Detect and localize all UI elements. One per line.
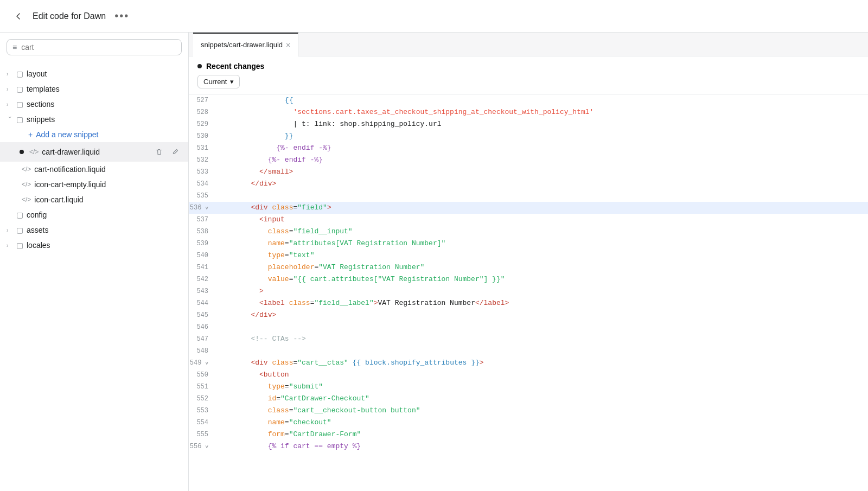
chevron-right-icon: › — [7, 86, 13, 92]
sidebar-item-assets[interactable]: › ▢ assets — [0, 222, 188, 238]
folder-icon: ▢ — [16, 241, 23, 250]
code-line: 533 </small> — [189, 166, 868, 178]
line-number: 532 — [189, 154, 217, 165]
folder-icon: ▢ — [16, 226, 23, 234]
line-number: 530 — [189, 130, 217, 142]
sidebar-item-icon-cart-empty[interactable]: </> icon-cart-empty.liquid — [0, 177, 188, 192]
line-content: value="{{ cart.attributes["VAT Registrat… — [217, 273, 505, 285]
code-line: 556 v {% if cart == empty %} — [189, 441, 868, 452]
line-number: 534 — [189, 178, 217, 189]
line-number: 536 v — [189, 202, 217, 214]
line-content: {% if cart == empty %} — [217, 441, 361, 452]
code-line: 540 type="text" — [189, 250, 868, 262]
sidebar-file-label: cart-drawer.liquid — [42, 148, 100, 156]
more-options-button[interactable]: ••• — [114, 10, 129, 22]
line-content: class="cart__checkout-button button" — [217, 405, 420, 417]
line-content: </small> — [217, 166, 293, 178]
line-number: 554 — [189, 417, 217, 428]
search-box: ≡ — [7, 39, 182, 55]
plus-icon: + — [28, 130, 33, 139]
page-title: Edit code for Dawn — [33, 11, 106, 21]
code-line: 530 }} — [189, 130, 868, 142]
sidebar-item-templates[interactable]: › ▢ templates — [0, 81, 188, 97]
delete-button[interactable] — [152, 145, 165, 158]
chevron-right-icon: › — [7, 71, 13, 77]
recent-changes-panel: Recent changes Current ▾ — [189, 56, 868, 94]
folder-icon: ▢ — [16, 69, 23, 78]
recent-changes-title: Recent changes — [197, 62, 859, 71]
line-content: class="field__input" — [217, 226, 353, 238]
line-content: id="CartDrawer-Checkout" — [217, 393, 369, 405]
code-line: 537 <input — [189, 214, 868, 226]
code-line: 545 </div> — [189, 309, 868, 321]
tab-label: snippets/cart-drawer.liquid — [201, 41, 283, 49]
sidebar-item-sections[interactable]: › ▢ sections — [0, 97, 188, 112]
chevron-right-icon: › — [7, 101, 13, 107]
code-line: 541 placeholder="VAT Registration Number… — [189, 262, 868, 273]
add-snippet-button[interactable]: + Add a new snippet — [0, 127, 188, 142]
folder-icon: ▢ — [16, 85, 23, 93]
sidebar-file-label: cart-notification.liquid — [34, 165, 106, 174]
chevron-down-icon: › — [7, 116, 13, 123]
sidebar-item-cart-notification[interactable]: </> cart-notification.liquid — [0, 162, 188, 177]
code-line: 548 — [189, 345, 868, 357]
sidebar-item-label: templates — [27, 85, 60, 93]
line-number: 556 v — [189, 441, 217, 452]
line-number: 542 — [189, 273, 217, 285]
line-number: 544 — [189, 297, 217, 309]
line-number: 543 — [189, 285, 217, 297]
code-line: 553 class="cart__checkout-button button" — [189, 405, 868, 417]
sidebar-item-cart-drawer[interactable]: </> cart-drawer.liquid — [0, 142, 188, 162]
rename-button[interactable] — [169, 145, 182, 158]
tab-cart-drawer[interactable]: snippets/cart-drawer.liquid × — [193, 33, 298, 56]
sidebar-item-config[interactable]: ▢ config — [0, 207, 188, 222]
sidebar-item-snippets[interactable]: › ▢ snippets — [0, 112, 188, 127]
sidebar-file-label: icon-cart.liquid — [34, 195, 83, 204]
line-content: {%- endif -%} — [217, 142, 331, 154]
folder-open-icon: ▢ — [16, 115, 23, 124]
dropdown-label: Current — [203, 78, 227, 86]
code-line: 539 name="attributes[VAT Registration Nu… — [189, 238, 868, 250]
line-number: 546 — [189, 321, 217, 333]
recent-changes-label: Recent changes — [206, 62, 264, 71]
code-line: 529 | t: link: shop.shipping_policy.url — [189, 118, 868, 130]
search-icon: ≡ — [12, 43, 17, 52]
tab-bar: snippets/cart-drawer.liquid × — [189, 33, 868, 56]
line-number: 553 — [189, 405, 217, 416]
code-line: 542 value="{{ cart.attributes["VAT Regis… — [189, 273, 868, 285]
line-content: <label class="field__label">VAT Registra… — [217, 297, 509, 309]
line-number: 545 — [189, 309, 217, 321]
sidebar-item-locales[interactable]: › ▢ locales — [0, 238, 188, 253]
sidebar-file-label: icon-cart-empty.liquid — [34, 180, 106, 189]
line-number: 555 — [189, 429, 217, 440]
line-content: {%- endif -%} — [217, 154, 323, 166]
code-line: 538 class="field__input" — [189, 226, 868, 238]
main-layout: ≡ › ▢ layout › ▢ templates › ▢ sections — [0, 33, 868, 491]
back-button[interactable] — [11, 9, 26, 24]
code-editor[interactable]: 527 {{ 528 'sections.cart.taxes_at_check… — [189, 94, 868, 491]
line-content: <div class="field"> — [217, 202, 331, 214]
line-content — [217, 190, 221, 202]
sidebar-scroll: › ▢ layout › ▢ templates › ▢ sections › … — [0, 60, 188, 491]
line-content: <input — [217, 214, 285, 226]
line-content: {{ — [217, 94, 293, 106]
code-lines: 527 {{ 528 'sections.cart.taxes_at_check… — [189, 94, 868, 452]
sidebar-item-icon-cart[interactable]: </> icon-cart.liquid — [0, 192, 188, 207]
line-content: }} — [217, 130, 293, 142]
sidebar-item-layout[interactable]: › ▢ layout — [0, 66, 188, 81]
line-number: 551 — [189, 381, 217, 392]
line-content: <div class="cart__ctas" {{ block.shopify… — [217, 357, 484, 369]
row-actions — [152, 145, 182, 158]
line-content: name="checkout" — [217, 417, 331, 429]
code-line: 555 form="CartDrawer-Form" — [189, 429, 868, 441]
tab-close-button[interactable]: × — [286, 41, 290, 49]
current-dropdown[interactable]: Current ▾ — [197, 75, 240, 88]
line-content: <!-- CTAs --> — [217, 333, 306, 345]
line-number: 540 — [189, 250, 217, 261]
file-code-icon: </> — [22, 181, 31, 188]
line-content: name="attributes[VAT Registration Number… — [217, 238, 445, 250]
line-content: placeholder="VAT Registration Number" — [217, 262, 424, 273]
search-input[interactable] — [21, 43, 176, 52]
line-content: type="submit" — [217, 381, 323, 393]
line-content — [217, 345, 221, 357]
